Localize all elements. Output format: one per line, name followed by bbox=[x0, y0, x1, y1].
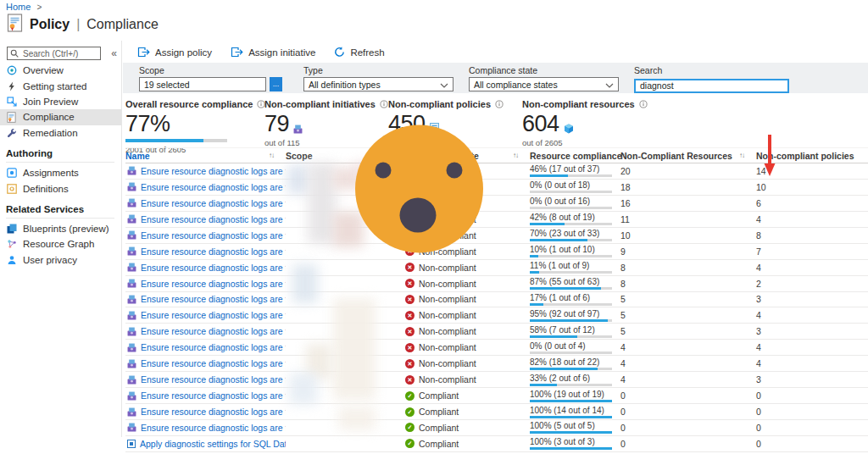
stat-value: 604 bbox=[522, 113, 648, 136]
column-header-scope[interactable]: Scope bbox=[286, 151, 405, 161]
sidebar-item-compliance[interactable]: Compliance bbox=[0, 109, 121, 125]
stat-title: Overall resource compliance bbox=[125, 99, 253, 109]
type-filter-select[interactable]: All definition types bbox=[303, 77, 453, 91]
search-icon bbox=[10, 46, 19, 61]
sidebar-item-label: Resource Graph bbox=[23, 239, 94, 249]
name-cell: Ensure resource diagnostic logs are forw… bbox=[125, 230, 286, 241]
policy-name-link[interactable]: Ensure resource diagnostic logs are forw… bbox=[141, 423, 286, 433]
sidebar-item-remediation[interactable]: Remediation bbox=[0, 125, 121, 141]
sidebar-search[interactable] bbox=[7, 47, 101, 60]
scope-filter-input[interactable] bbox=[139, 77, 266, 91]
policy-name-link[interactable]: Ensure resource diagnostic logs are forw… bbox=[141, 374, 286, 385]
compliant-icon: ✓ bbox=[405, 439, 415, 448]
assign-initiative-button[interactable]: Assign initiative bbox=[231, 47, 315, 59]
divider bbox=[6, 218, 114, 219]
policy-name-link[interactable]: Ensure resource diagnostic logs are forw… bbox=[141, 310, 286, 320]
policy-name-link[interactable]: Ensure resource diagnostic logs are forw… bbox=[141, 294, 286, 304]
sidebar-item-definitions[interactable]: Definitions bbox=[0, 180, 121, 196]
sidebar-item-overview[interactable]: Overview bbox=[0, 63, 121, 78]
non-compliant-resources-cell: 5 bbox=[620, 310, 756, 320]
name-cell: Ensure resource diagnostic logs are forw… bbox=[125, 374, 286, 385]
policy-name-link[interactable]: Ensure resource diagnostic logs are forw… bbox=[141, 358, 286, 368]
info-icon[interactable] bbox=[380, 100, 388, 108]
divider bbox=[6, 162, 114, 163]
sidebar-item-label: Blueprints (preview) bbox=[23, 224, 109, 234]
policy-name-link[interactable]: Ensure resource diagnostic logs are forw… bbox=[141, 342, 286, 352]
policy-name-link[interactable]: Ensure resource diagnostic logs are forw… bbox=[141, 182, 286, 192]
table-row: Ensure resource diagnostic logs are forw… bbox=[125, 292, 868, 308]
chevron-down-icon bbox=[605, 80, 614, 90]
non-compliant-policies-cell: 3 bbox=[756, 294, 868, 304]
non-compliant-icon: ✕ bbox=[405, 359, 415, 368]
info-icon[interactable] bbox=[495, 100, 504, 108]
sidebar-item-label: Assignments bbox=[23, 168, 79, 178]
non-compliant-policies-cell: 3 bbox=[756, 374, 868, 385]
assign-policy-button[interactable]: Assign policy bbox=[137, 47, 212, 59]
sidebar-item-resource-graph[interactable]: Resource Graph bbox=[0, 236, 121, 252]
policy-name-link[interactable]: Ensure resource diagnostic logs are forw… bbox=[141, 326, 286, 336]
column-header-compliance-state[interactable]: Compliance state ↑↓ bbox=[405, 151, 530, 161]
table-body: Ensure resource diagnostic logs are forw… bbox=[125, 163, 868, 452]
remediation-icon bbox=[6, 127, 17, 138]
resource-compliance-cell: 46% (17 out of 37) bbox=[530, 164, 620, 177]
policy-name-link[interactable]: Ensure resource diagnostic logs are forw… bbox=[141, 166, 286, 176]
initiative-icon bbox=[127, 423, 136, 432]
initiative-icon bbox=[127, 214, 136, 224]
column-header-non-compliant-policies[interactable]: Non-compliant policies bbox=[756, 151, 868, 161]
column-header-resource-compliance[interactable]: Resource compliance ↑↓ bbox=[530, 151, 620, 161]
azure-policy-compliance-page: Home > Policy | Compliance « OverviewGet… bbox=[0, 0, 868, 465]
sidebar-item-user-privacy[interactable]: User privacy bbox=[0, 252, 121, 268]
policy-icon bbox=[127, 440, 136, 448]
column-header-name[interactable]: Name ↑↓ bbox=[125, 151, 286, 161]
compliance-state-filter-select[interactable]: All compliance states bbox=[469, 77, 619, 91]
getting-started-icon bbox=[6, 80, 17, 91]
non-compliant-resources-cell: 0 bbox=[620, 439, 756, 449]
compliant-icon: ✓ bbox=[405, 407, 415, 417]
non-compliant-policies-cell: 0 bbox=[756, 407, 868, 417]
sidebar-item-blueprints-preview[interactable]: Blueprints (preview) bbox=[0, 221, 121, 236]
non-compliant-resources-cell: 8 bbox=[620, 279, 756, 289]
stat-value: 79 bbox=[264, 113, 388, 136]
policy-name-link[interactable]: Ensure resource diagnostic logs are forw… bbox=[141, 214, 286, 224]
non-compliant-resources-cell: 18 bbox=[620, 182, 756, 192]
assign-initiative-icon bbox=[231, 47, 243, 59]
sort-icon: ↑↓ bbox=[269, 152, 274, 159]
info-icon[interactable] bbox=[639, 100, 648, 108]
policy-name-link[interactable]: Ensure resource diagnostic logs are forw… bbox=[141, 279, 286, 289]
sidebar-nav: OverviewGetting startedJoin PreviewCompl… bbox=[0, 63, 121, 268]
sidebar-item-assignments[interactable]: Assignments bbox=[0, 165, 121, 180]
column-header-non-compliant-resources[interactable]: Non-Compliant Resources ↑↓ bbox=[620, 151, 756, 161]
non-compliant-resources-cell: 9 bbox=[620, 246, 756, 257]
policy-name-link[interactable]: Ensure resource diagnostic logs are forw… bbox=[141, 407, 286, 417]
sidebar-item-join-preview[interactable]: Join Preview bbox=[0, 94, 121, 109]
non-compliant-policies-cell: 8 bbox=[756, 230, 868, 241]
policy-name-link[interactable]: Ensure resource diagnostic logs are forw… bbox=[141, 198, 286, 208]
type-filter-label: Type bbox=[303, 65, 453, 75]
search-filter-input[interactable] bbox=[634, 79, 789, 93]
policy-name-link[interactable]: Apply diagnostic settings for SQL Databa… bbox=[140, 439, 286, 449]
table-row: Ensure resource diagnostic logs are forw… bbox=[125, 356, 868, 372]
resource-compliance-cell: 100% (14 out of 14) bbox=[530, 406, 620, 418]
non-compliant-icon: ✕ bbox=[405, 246, 415, 256]
resource-compliance-cell: 58% (7 out of 12) bbox=[530, 325, 620, 338]
compliance-state-cell: ✓Compliant bbox=[405, 423, 530, 433]
sidebar-item-getting-started[interactable]: Getting started bbox=[0, 78, 121, 93]
scope-more-button[interactable]: ... bbox=[270, 77, 282, 91]
name-cell: Ensure resource diagnostic logs are forw… bbox=[125, 182, 286, 192]
policy-name-link[interactable]: Ensure resource diagnostic logs are forw… bbox=[141, 230, 286, 241]
non-compliant-icon: ✕ bbox=[405, 198, 415, 208]
sidebar-collapse-button[interactable]: « bbox=[111, 47, 117, 59]
stat-value: 77% bbox=[125, 113, 265, 136]
refresh-button[interactable]: Refresh bbox=[334, 47, 384, 59]
resource-compliance-cell: 33% (2 out of 6) bbox=[530, 374, 620, 386]
sidebar-search-input[interactable] bbox=[21, 48, 97, 59]
table-row: Ensure resource diagnostic logs are forw… bbox=[125, 180, 868, 196]
table-row: Ensure resource diagnostic logs are forw… bbox=[125, 196, 868, 212]
stat-title: Non-compliant resources bbox=[522, 99, 635, 109]
policy-name-link[interactable]: Ensure resource diagnostic logs are forw… bbox=[141, 390, 286, 401]
policy-name-link[interactable]: Ensure resource diagnostic logs are forw… bbox=[141, 246, 286, 257]
chevron-down-icon bbox=[440, 80, 448, 90]
policy-name-link[interactable]: Ensure resource diagnostic logs are forw… bbox=[141, 263, 286, 273]
name-cell: Ensure resource diagnostic logs are forw… bbox=[125, 198, 286, 208]
breadcrumb-home-link[interactable]: Home bbox=[6, 2, 31, 12]
